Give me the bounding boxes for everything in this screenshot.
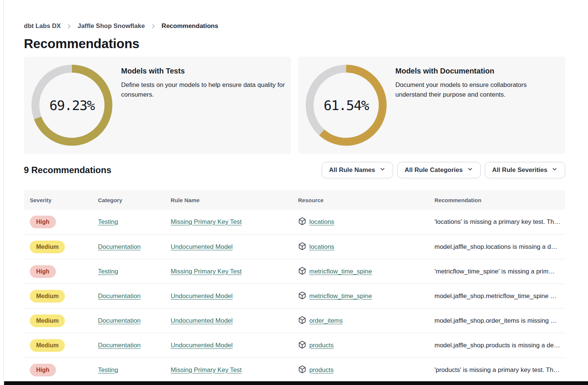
resource-link[interactable]: metricflow_time_spine bbox=[309, 292, 372, 300]
tests-card-description-line2: consumers. bbox=[121, 90, 285, 100]
chevron-right-icon bbox=[66, 24, 72, 29]
severity-badge: Medium bbox=[30, 314, 65, 327]
rule-name-link[interactable]: Undocumented Model bbox=[171, 292, 233, 300]
category-link[interactable]: Documentation bbox=[98, 243, 140, 250]
model-cube-icon bbox=[298, 341, 306, 350]
rule-name-link[interactable]: Undocumented Model bbox=[171, 317, 233, 324]
chevron-down-icon bbox=[379, 166, 386, 174]
documentation-card-title: Models with Documentation bbox=[395, 67, 527, 75]
category-link[interactable]: Testing bbox=[98, 366, 118, 373]
severity-badge: Medium bbox=[30, 290, 65, 303]
resource-link[interactable]: locations bbox=[309, 218, 334, 226]
category-link[interactable]: Documentation bbox=[98, 292, 140, 300]
documentation-card-description-line2: understand their purpose and contents. bbox=[395, 90, 527, 100]
tests-card-text: Models with Tests Define tests on your m… bbox=[121, 57, 285, 154]
column-header-rule-name: Rule Name bbox=[165, 197, 292, 203]
rule-name-link[interactable]: Undocumented Model bbox=[171, 243, 233, 250]
model-cube-icon bbox=[298, 242, 306, 252]
table-row: High Testing Missing Primary Key Test pr… bbox=[24, 357, 565, 382]
column-header-category: Category bbox=[92, 197, 165, 203]
tests-card-description-line1: Define tests on your models to help ensu… bbox=[121, 80, 285, 90]
tests-card-description: Define tests on your models to help ensu… bbox=[121, 80, 285, 100]
rule-name-link[interactable]: Undocumented Model bbox=[171, 342, 233, 349]
model-cube-icon bbox=[298, 267, 306, 276]
recommendation-text: 'locations' is missing a primary key tes… bbox=[429, 218, 565, 226]
tests-card-title: Models with Tests bbox=[121, 67, 285, 75]
table-row: High Testing Missing Primary Key Test me… bbox=[24, 259, 565, 284]
sidebar-edge bbox=[0, 0, 4, 385]
table-header: Severity Category Rule Name Resource Rec… bbox=[24, 190, 565, 210]
column-header-resource: Resource bbox=[292, 197, 429, 203]
page-title: Recommendations bbox=[24, 36, 565, 51]
rule-severities-filter-dropdown[interactable]: All Rule Severities bbox=[485, 162, 565, 178]
documentation-card-description: Document your models to ensure collabora… bbox=[395, 80, 527, 100]
table-row: High Testing Missing Primary Key Test lo… bbox=[24, 210, 565, 234]
severity-badge: High bbox=[30, 265, 56, 278]
severity-badge: Medium bbox=[30, 241, 65, 253]
recommendation-text: model.jaffle_shop.metricflow_time_spine … bbox=[429, 292, 565, 300]
main-content: dbt Labs DX Jaffle Shop Snowflake Recomm… bbox=[4, 0, 588, 385]
list-header: 9 Recommendations All Rule Names All Rul… bbox=[24, 162, 565, 178]
recommendation-text: 'products' is missing a primary key test… bbox=[429, 366, 565, 374]
resource-link[interactable]: products bbox=[309, 342, 333, 349]
chevron-right-icon bbox=[151, 24, 156, 29]
chevron-down-icon bbox=[467, 166, 473, 174]
rule-names-filter-dropdown[interactable]: All Rule Names bbox=[322, 162, 393, 178]
severity-badge: High bbox=[30, 216, 56, 228]
recommendations-count: 9 Recommendations bbox=[24, 165, 111, 175]
tests-donut-chart: 69.23% bbox=[31, 65, 113, 146]
breadcrumb-item-project[interactable]: Jaffle Shop Snowflake bbox=[78, 22, 145, 30]
rule-names-filter-label: All Rule Names bbox=[329, 166, 375, 174]
filter-bar: All Rule Names All Rule Categories All R… bbox=[322, 162, 565, 178]
breadcrumb: dbt Labs DX Jaffle Shop Snowflake Recomm… bbox=[24, 0, 565, 30]
rule-name-link[interactable]: Missing Primary Key Test bbox=[171, 366, 242, 373]
recommendation-text: model.jaffle_shop.products is missing a … bbox=[429, 342, 565, 349]
chevron-down-icon bbox=[551, 166, 558, 174]
column-header-recommendation: Recommendation bbox=[429, 197, 565, 203]
rule-categories-filter-dropdown[interactable]: All Rule Categories bbox=[397, 162, 481, 178]
rule-categories-filter-label: All Rule Categories bbox=[405, 166, 463, 174]
table-row: Medium Documentation Undocumented Model … bbox=[24, 333, 565, 357]
model-cube-icon bbox=[298, 217, 306, 227]
model-cube-icon bbox=[298, 365, 306, 375]
models-with-tests-card: 69.23% Models with Tests Define tests on… bbox=[24, 57, 291, 154]
breadcrumb-item-current: Recommendations bbox=[162, 22, 218, 30]
resource-link[interactable]: metricflow_time_spine bbox=[309, 268, 372, 275]
documentation-percentage-value: 61.54% bbox=[306, 65, 387, 146]
metric-cards: 69.23% Models with Tests Define tests on… bbox=[24, 57, 565, 154]
recommendations-page: dbt Labs DX Jaffle Shop Snowflake Recomm… bbox=[0, 0, 588, 385]
model-cube-icon bbox=[298, 316, 306, 326]
column-header-severity: Severity bbox=[24, 197, 92, 203]
documentation-card-text: Models with Documentation Document your … bbox=[395, 57, 527, 154]
table-row: Medium Documentation Undocumented Model … bbox=[24, 308, 565, 333]
category-link[interactable]: Testing bbox=[98, 218, 118, 225]
resource-link[interactable]: products bbox=[309, 366, 333, 374]
rule-name-link[interactable]: Missing Primary Key Test bbox=[171, 218, 242, 225]
resource-link[interactable]: order_items bbox=[309, 317, 343, 325]
recommendation-text: 'metricflow_time_spine' is missing a pri… bbox=[429, 268, 565, 275]
table-row: Medium Documentation Undocumented Model … bbox=[24, 284, 565, 308]
table-row: Medium Documentation Undocumented Model … bbox=[24, 234, 565, 259]
tests-percentage-value: 69.23% bbox=[31, 65, 113, 146]
models-with-documentation-card: 61.54% Models with Documentation Documen… bbox=[298, 57, 565, 154]
recommendation-text: model.jaffle_shop.locations is missing a… bbox=[429, 243, 565, 251]
category-link[interactable]: Documentation bbox=[98, 342, 140, 349]
severity-badge: High bbox=[30, 364, 56, 376]
recommendation-text: model.jaffle_shop.order_items is missing… bbox=[429, 317, 565, 325]
documentation-card-description-line1: Document your models to ensure collabora… bbox=[395, 80, 527, 90]
category-link[interactable]: Testing bbox=[98, 268, 118, 275]
category-link[interactable]: Documentation bbox=[98, 317, 140, 324]
bottom-edge-bar bbox=[4, 381, 588, 385]
severity-badge: Medium bbox=[30, 339, 65, 352]
resource-link[interactable]: locations bbox=[309, 243, 334, 251]
model-cube-icon bbox=[298, 291, 306, 301]
rule-severities-filter-label: All Rule Severities bbox=[492, 166, 547, 174]
breadcrumb-item-account[interactable]: dbt Labs DX bbox=[24, 22, 61, 30]
recommendations-table: Severity Category Rule Name Resource Rec… bbox=[24, 190, 565, 382]
documentation-donut-chart: 61.54% bbox=[306, 65, 387, 146]
rule-name-link[interactable]: Missing Primary Key Test bbox=[171, 268, 242, 275]
